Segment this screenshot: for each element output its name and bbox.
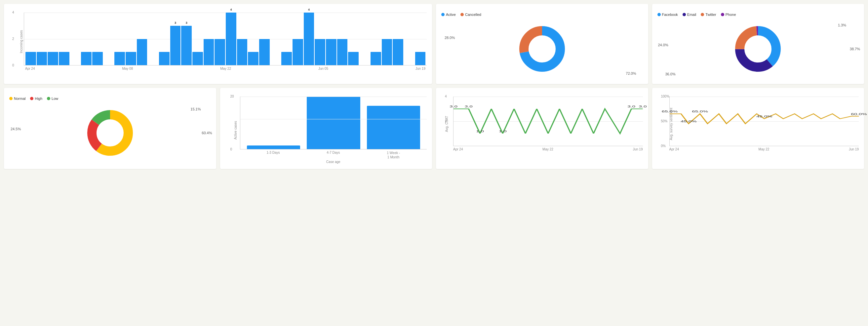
svg-text:60.0%: 60.0% xyxy=(851,112,867,116)
y-axis-title: Incoming cases xyxy=(20,30,23,53)
case-volume-trend-card: Incoming cases 4 2 0 3344 Apr 24May 08Ma… xyxy=(4,4,432,84)
phone-dot xyxy=(721,13,724,16)
legend-cancelled: Cancelled xyxy=(460,12,481,17)
svg-text:3.0: 3.0 xyxy=(450,105,458,108)
trend-bar xyxy=(215,39,225,65)
priority-label-15: 15.1% xyxy=(190,107,200,111)
dashboard: Incoming cases 4 2 0 3344 Apr 24May 08Ma… xyxy=(4,4,864,169)
x-label-4-7: 4-7 Days xyxy=(327,151,340,159)
case-age-chart: Active cases 20 0 1-3 Days 4-7 Days 1 We… xyxy=(225,96,427,164)
trend-bar xyxy=(159,52,169,65)
facebook-dot xyxy=(657,13,661,16)
trend-bar xyxy=(114,52,125,65)
trend-bar xyxy=(415,52,426,65)
low-dot xyxy=(47,97,50,100)
facebook-label: Facebook xyxy=(662,12,678,17)
trend-bar: 3 xyxy=(170,26,181,65)
priority-donut-svg xyxy=(84,107,136,159)
svg-text:3.0: 3.0 xyxy=(639,105,647,108)
csat-svg: 3.03.01.01.03.03.0 xyxy=(454,96,643,146)
trend-bar: 4 xyxy=(304,12,314,65)
legend-facebook: Facebook xyxy=(657,12,678,17)
case-age-x-labels: 1-3 Days 4-7 Days 1 Week -1 Month xyxy=(240,151,427,159)
email-dot xyxy=(683,13,686,16)
twitter-dot xyxy=(701,13,704,16)
svg-text:3.0: 3.0 xyxy=(465,105,473,108)
trend-bar xyxy=(348,52,359,65)
trend-bar xyxy=(326,39,337,65)
legend-normal: Normal xyxy=(9,96,26,100)
incoming-by-channel-card: Facebook Email Twitter Phone xyxy=(652,4,864,84)
trend-x-label: Jun 19 xyxy=(415,67,425,70)
active-label: Active xyxy=(446,12,456,17)
channel-label-24: 24.0% xyxy=(658,43,669,47)
channel-donut: 1.3% 38.7% 36.0% 24.0% xyxy=(657,19,859,79)
trend-x-label: Jun 05 xyxy=(318,67,328,70)
csat-x-labels: Apr 24May 22Jun 19 xyxy=(453,147,643,151)
case-age-bar xyxy=(367,106,421,149)
trend-bar xyxy=(126,52,136,65)
legend-phone: Phone xyxy=(721,12,736,17)
trend-bar xyxy=(315,39,325,65)
svg-text:1.0: 1.0 xyxy=(476,129,484,133)
phone-label: Phone xyxy=(725,12,736,17)
trend-bar xyxy=(248,52,258,65)
case-volume-donut: 28.0% 72.0% xyxy=(441,19,643,79)
svg-text:45.0%: 45.0% xyxy=(680,120,696,123)
trend-bar xyxy=(337,39,348,65)
trend-bar xyxy=(26,52,36,65)
svg-text:65.0%: 65.0% xyxy=(661,110,678,113)
active-dot xyxy=(441,13,444,16)
svg-text:65.0%: 65.0% xyxy=(692,110,708,113)
case-age-y-axis-title: Active cases xyxy=(234,121,237,139)
high-label: High xyxy=(35,96,42,100)
trend-bar xyxy=(192,52,203,65)
trend-x-label: May 08 xyxy=(122,67,133,70)
low-label: Low xyxy=(52,96,58,100)
sentiment-x-labels: Apr 24May 22Jun 19 xyxy=(669,147,859,151)
case-volume-by-status-legend: Active Cancelled xyxy=(441,12,643,17)
donut-label-28: 28.0% xyxy=(444,36,455,40)
trend-bar: 3 xyxy=(181,26,192,65)
trend-bar xyxy=(92,52,103,65)
trend-bar xyxy=(204,39,214,65)
legend-low: Low xyxy=(47,96,58,100)
legend-twitter: Twitter xyxy=(701,12,716,17)
open-by-case-age-card: Active cases 20 0 1-3 Days 4-7 Days 1 We… xyxy=(220,88,432,169)
high-dot xyxy=(30,97,33,100)
cancelled-label: Cancelled xyxy=(465,12,481,17)
avg-sentiment-chart: Avg. survey sentiment 100% 50% 0% 65.0%6… xyxy=(657,96,859,151)
incoming-by-channel-legend: Facebook Email Twitter Phone xyxy=(657,12,859,17)
trend-bar xyxy=(281,52,292,65)
priority-donut: 15.1% 60.4% 24.5% xyxy=(9,103,211,163)
open-by-priority-card: Normal High Low 15.1% 60.4% 24.5% xyxy=(4,88,216,169)
trend-bar xyxy=(37,52,47,65)
legend-active: Active xyxy=(441,12,456,17)
donut-svg xyxy=(516,23,568,76)
trend-bar xyxy=(371,52,381,65)
avg-csat-card: Avg. CSAT 4 2 3.03.01.01.03.03.0 Apr 24M… xyxy=(436,88,648,169)
trend-bar xyxy=(137,39,148,65)
svg-text:3.0: 3.0 xyxy=(627,105,635,108)
trend-bar xyxy=(81,52,92,65)
cancelled-dot xyxy=(460,13,464,16)
channel-donut-svg xyxy=(732,23,784,76)
avg-sentiment-card: Avg. survey sentiment 100% 50% 0% 65.0%6… xyxy=(652,88,864,169)
avg-csat-chart: Avg. CSAT 4 2 3.03.01.01.03.03.0 Apr 24M… xyxy=(441,96,643,151)
priority-label-60: 60.4% xyxy=(202,131,212,135)
trend-bar xyxy=(393,39,403,65)
x-label-1-3: 1-3 Days xyxy=(267,151,280,159)
case-volume-trend-chart: Incoming cases 4 2 0 3344 Apr 24May 08Ma… xyxy=(9,12,427,70)
svg-text:45.0%: 45.0% xyxy=(756,115,772,118)
email-label: Email xyxy=(687,12,696,17)
x-label-1week: 1 Week -1 Month xyxy=(387,151,400,159)
trend-bar: 4 xyxy=(226,12,236,65)
trend-x-label: May 22 xyxy=(220,67,231,70)
case-age-bar xyxy=(307,96,360,149)
trend-bar xyxy=(59,52,69,65)
trend-bar xyxy=(292,39,303,65)
sentiment-svg: 65.0%65.0%45.0%45.0%60.0% xyxy=(670,96,859,146)
normal-label: Normal xyxy=(14,96,26,100)
svg-text:1.0: 1.0 xyxy=(499,129,507,133)
legend-high: High xyxy=(30,96,42,100)
